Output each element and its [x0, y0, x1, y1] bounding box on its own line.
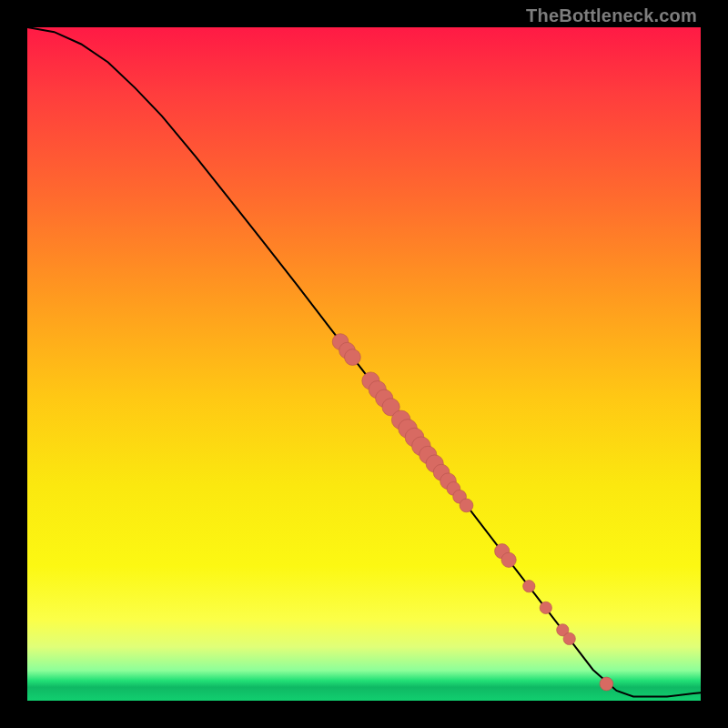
chart-frame: TheBottleneck.com [0, 0, 728, 728]
data-point-marker [460, 499, 473, 512]
data-point-marker [540, 602, 551, 613]
bottleneck-curve [27, 27, 701, 697]
data-point-marker [563, 632, 575, 644]
data-point-marker [501, 552, 516, 567]
data-point-marker [345, 349, 361, 366]
data-point-marker [523, 581, 535, 592]
plot-area [27, 27, 701, 701]
watermark-text: TheBottleneck.com [526, 5, 697, 26]
chart-overlay-svg [27, 27, 701, 701]
data-point-marker [600, 677, 613, 691]
